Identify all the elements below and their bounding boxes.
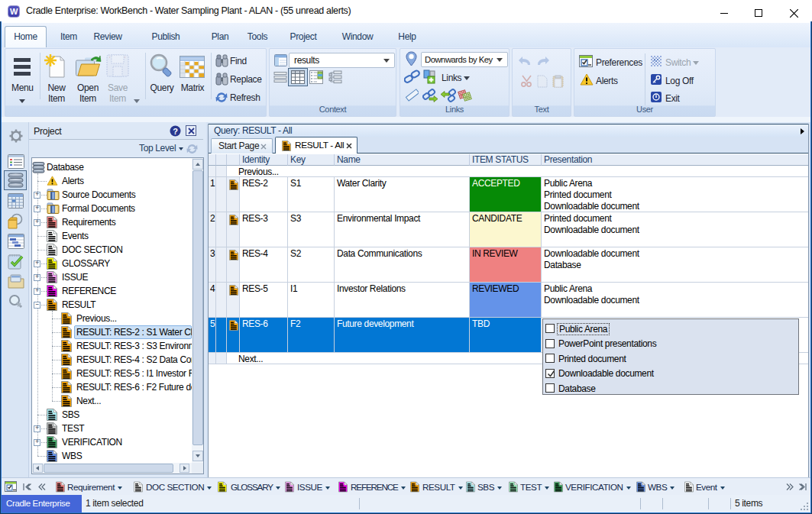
svg-text:?: ? (173, 127, 178, 136)
